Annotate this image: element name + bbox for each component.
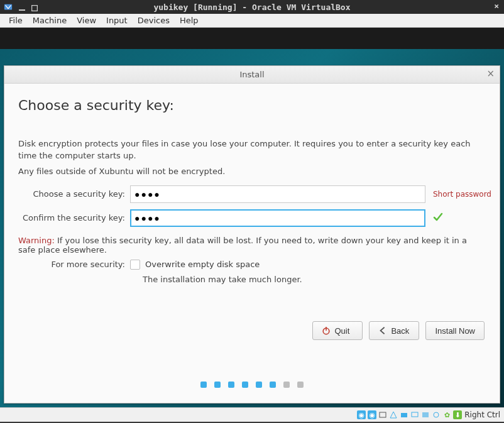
quit-button[interactable]: Quit — [312, 321, 363, 340]
page-title: Choose a security key: — [18, 97, 486, 113]
confirm-key-label: Confirm the security key: — [18, 213, 125, 222]
security-key-form: Choose a security key: Short password Co… — [18, 185, 486, 227]
install-dialog-title: Install — [239, 70, 264, 79]
audio-icon[interactable] — [432, 410, 441, 419]
back-button-label: Back — [391, 326, 409, 336]
recording-icon[interactable] — [421, 410, 430, 419]
password-strength-hint: Short password — [430, 190, 491, 199]
progress-dot-1 — [200, 382, 207, 388]
progress-dot-2 — [214, 382, 221, 388]
overwrite-checkbox-label: Overwrite empty disk space — [145, 260, 260, 269]
vm-window-controls — [0, 3, 38, 11]
svg-rect-5 — [380, 412, 386, 417]
progress-dot-7 — [283, 382, 290, 388]
description-1: Disk encryption protects your files in c… — [18, 138, 486, 162]
dialog-buttons: Quit Back Install Now — [312, 321, 485, 340]
progress-dot-3 — [228, 382, 234, 388]
password-match-icon — [430, 211, 491, 224]
svg-rect-6 — [401, 413, 407, 417]
hdd-icon[interactable]: ◉ — [357, 410, 366, 419]
progress-dot-8 — [297, 382, 304, 388]
install-dialog-body: Choose a security key: Disk encryption p… — [4, 84, 500, 290]
vm-window-titlebar: yubikey [Running] - Oracle VM VirtualBox… — [0, 0, 504, 14]
svg-rect-1 — [19, 9, 25, 11]
svg-rect-8 — [422, 412, 429, 417]
warning-text: If you lose this security key, all data … — [18, 236, 467, 255]
vm-window-title: yubikey [Running] - Oracle VM VirtualBox — [0, 3, 504, 12]
menu-machine[interactable]: Machine — [28, 14, 72, 26]
confirm-key-input[interactable] — [130, 209, 425, 227]
svg-rect-2 — [32, 6, 38, 11]
guest-additions-icon[interactable]: ✿ — [442, 410, 451, 419]
progress-dots — [4, 382, 500, 388]
choose-key-input[interactable] — [130, 185, 425, 203]
vm-menubar: File Machine View Input Devices Help — [0, 14, 504, 28]
power-icon — [322, 326, 331, 335]
menu-help[interactable]: Help — [175, 14, 204, 26]
progress-dot-6 — [270, 382, 276, 388]
close-button[interactable]: × — [494, 1, 499, 11]
menu-view[interactable]: View — [72, 14, 101, 26]
menu-input[interactable]: Input — [101, 14, 133, 26]
display-icon[interactable] — [410, 410, 419, 419]
vm-statusbar: ◉ ◉ ✿ ⬇ Right Ctrl — [0, 407, 504, 422]
install-dialog-titlebar: Install × — [4, 66, 500, 84]
install-dialog-close-icon[interactable]: × — [486, 69, 495, 79]
guest-desktop: Install × Choose a security key: Disk en… — [0, 28, 504, 407]
install-now-button-label: Install Now — [435, 326, 475, 336]
menu-devices[interactable]: Devices — [133, 14, 175, 26]
progress-dot-4 — [242, 382, 248, 388]
arrow-left-icon — [378, 326, 387, 335]
quit-button-label: Quit — [334, 326, 349, 336]
minimize-button[interactable] — [19, 4, 25, 10]
maximize-button[interactable] — [31, 4, 38, 10]
progress-dot-5 — [256, 382, 262, 388]
install-dialog: Install × Choose a security key: Disk en… — [4, 65, 500, 404]
choose-key-label: Choose a security key: — [18, 189, 125, 199]
warning-line: Warning: If you lose this security key, … — [18, 236, 486, 255]
more-security-row: For more security: Overwrite empty disk … — [18, 260, 486, 270]
menu-file[interactable]: File — [4, 14, 28, 26]
description-2: Any files outside of Xubuntu will not be… — [18, 166, 486, 178]
install-now-button[interactable]: Install Now — [425, 321, 485, 340]
overwrite-note: The installation may take much longer. — [143, 275, 486, 284]
host-key-label: Right Ctrl — [464, 410, 500, 419]
network-icon[interactable] — [389, 410, 398, 419]
more-security-label: For more security: — [18, 260, 125, 270]
svg-rect-7 — [412, 412, 418, 417]
optical-icon[interactable]: ◉ — [368, 410, 376, 419]
virtualbox-icon — [4, 3, 13, 11]
warning-label: Warning: — [18, 236, 55, 245]
usb-icon[interactable] — [378, 410, 387, 419]
back-button[interactable]: Back — [369, 321, 419, 340]
statusbar-indicators: ◉ ◉ ✿ ⬇ — [357, 410, 462, 419]
overwrite-checkbox[interactable] — [130, 260, 140, 270]
mouse-integration-icon[interactable]: ⬇ — [453, 410, 462, 419]
shared-folder-icon[interactable] — [400, 410, 408, 419]
svg-point-9 — [434, 412, 439, 417]
